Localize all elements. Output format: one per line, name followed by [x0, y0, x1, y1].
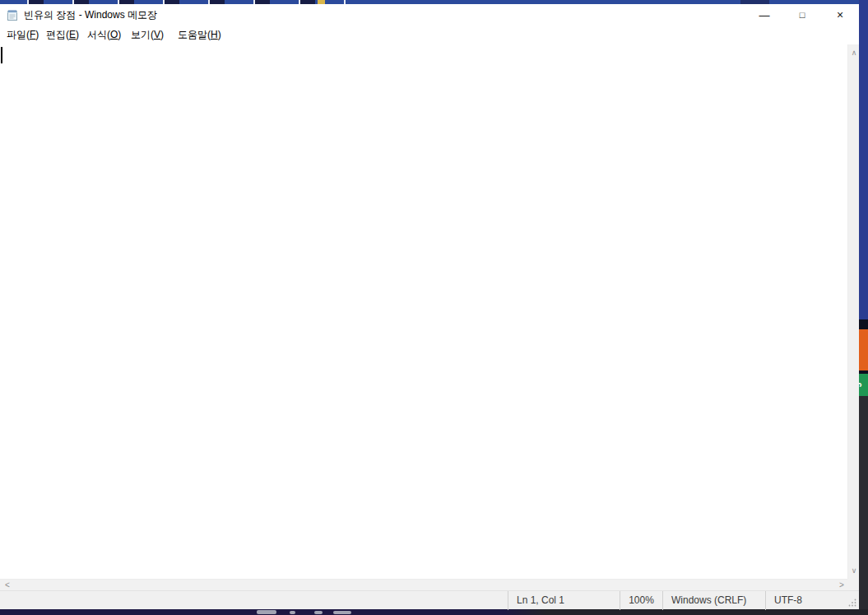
menu-help[interactable]: 도움말(H)	[173, 26, 226, 44]
menu-mnemonic: E	[69, 29, 76, 40]
scroll-right-arrow[interactable]: >	[835, 580, 848, 591]
window-title: 빈유의 장점 - Windows 메모장	[24, 4, 157, 26]
background-artifact	[290, 611, 295, 614]
notepad-window: 빈유의 장점 - Windows 메모장 — □ × 파일(F) 편집(E) 서…	[0, 4, 859, 609]
menu-bar: 파일(F) 편집(E) 서식(O) 보기(V) 도움말(H)	[0, 26, 859, 44]
horizontal-scrollbar[interactable]: < >	[0, 579, 847, 590]
status-bar: Ln 1, Col 1 100% Windows (CRLF) UTF-8	[0, 590, 859, 609]
background-green-segment: 5	[859, 374, 868, 396]
background-orange-segment	[859, 329, 868, 370]
screen: 5	[0, 0, 868, 615]
scroll-down-arrow[interactable]: ∨	[848, 564, 860, 577]
menu-format[interactable]: 서식(O)	[82, 26, 126, 44]
background-artifact	[314, 611, 323, 614]
background-gray-segment	[859, 396, 868, 609]
background-bottom-strip	[0, 609, 868, 615]
line-ending-status: Windows (CRLF)	[662, 591, 765, 610]
menu-label: )	[118, 29, 121, 40]
menu-label: )	[35, 29, 39, 40]
maximize-button[interactable]: □	[783, 4, 821, 26]
text-caret	[1, 47, 2, 63]
minimize-button[interactable]: —	[745, 4, 783, 26]
menu-label: 파일(	[7, 29, 30, 40]
menu-edit[interactable]: 편집(E)	[41, 26, 84, 44]
menu-mnemonic: O	[110, 29, 118, 40]
scrollbar-corner	[847, 579, 859, 590]
menu-label: )	[160, 29, 164, 40]
background-right-strip: 5	[859, 0, 868, 615]
notepad-icon	[6, 8, 19, 21]
menu-label: 서식(	[87, 29, 110, 40]
resize-grip-icon[interactable]	[848, 599, 856, 607]
menu-view[interactable]: 보기(V)	[126, 26, 169, 44]
menu-label: )	[76, 29, 79, 40]
title-bar: 빈유의 장점 - Windows 메모장 — □ ×	[0, 4, 859, 26]
background-artifact	[257, 610, 276, 614]
background-dark-segment	[859, 319, 868, 329]
menu-label: )	[218, 29, 221, 40]
background-blue-segment	[859, 0, 868, 319]
menu-mnemonic: V	[154, 29, 160, 40]
vertical-scrollbar[interactable]: ∧ ∨	[847, 44, 859, 579]
green-badge-glyph: 5	[859, 383, 863, 388]
menu-label: 도움말(	[178, 29, 211, 40]
menu-mnemonic: H	[211, 29, 218, 40]
close-button[interactable]: ×	[821, 4, 859, 26]
cursor-position-status: Ln 1, Col 1	[508, 591, 620, 610]
menu-file[interactable]: 파일(F)	[2, 26, 44, 44]
text-editing-area[interactable]	[0, 44, 847, 579]
zoom-level-status: 100%	[620, 591, 662, 610]
background-artifact	[333, 611, 351, 614]
menu-label: 보기(	[131, 29, 154, 40]
scroll-up-arrow[interactable]: ∧	[848, 46, 860, 59]
encoding-status: UTF-8	[765, 591, 859, 610]
menu-label: 편집(	[46, 29, 69, 40]
scroll-left-arrow[interactable]: <	[1, 580, 14, 591]
